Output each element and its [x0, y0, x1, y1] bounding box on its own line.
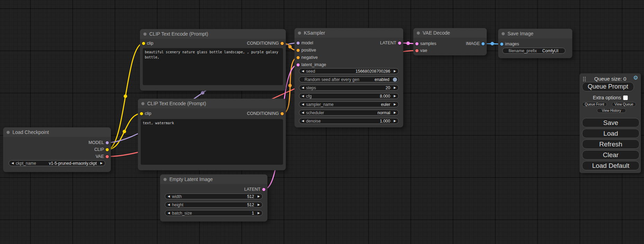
decrement-arrow-icon[interactable]: ◀ [168, 210, 170, 216]
link-midpoint-dot [406, 42, 410, 45]
link-midpoint-dot [288, 45, 292, 48]
input-slot-images[interactable] [500, 43, 503, 46]
decrement-arrow-icon[interactable]: ◀ [302, 69, 304, 74]
node-title-bar[interactable]: VAE Decode [413, 28, 487, 38]
increment-arrow-icon[interactable]: ▶ [394, 118, 396, 124]
decrement-arrow-icon[interactable]: ◀ [168, 194, 170, 199]
widget-sampler-name[interactable]: ◀ sampler_name euler ▶ [299, 101, 399, 107]
input-slot-model[interactable] [297, 42, 300, 45]
widget-value: 20 [318, 85, 391, 90]
widget-label: width [172, 194, 182, 199]
input-slot-vae[interactable] [415, 49, 418, 52]
output-slot-conditioning[interactable] [281, 42, 284, 45]
decrement-arrow-icon[interactable]: ◀ [302, 102, 304, 107]
decrement-arrow-icon[interactable]: ◀ [168, 202, 170, 207]
refresh-button[interactable]: Refresh [582, 139, 639, 149]
output-label-clip: CLIP [94, 147, 104, 152]
node-vae-decode[interactable]: VAE Decode samples vae IMAGE [413, 28, 487, 55]
widget-label: batch_size [172, 211, 192, 216]
input-label-images: images [505, 42, 519, 46]
increment-arrow-icon[interactable]: ▶ [394, 85, 396, 90]
increment-arrow-icon[interactable]: ▶ [100, 161, 103, 166]
widget-ckpt-name[interactable]: ◀ ckpt_name v1-5-pruned-emaonly.ckpt ▶ [9, 160, 105, 166]
toggle-knob-icon[interactable] [393, 78, 397, 82]
collapse-dot-icon[interactable] [502, 32, 505, 35]
collapse-dot-icon[interactable] [298, 31, 301, 35]
collapse-dot-icon[interactable] [143, 33, 147, 36]
node-ksampler[interactable]: KSampler model positive negative latent_… [294, 28, 403, 127]
input-slot-clip[interactable] [140, 112, 143, 115]
prompt-textarea[interactable]: text, watermark [141, 119, 283, 165]
widget-filename-prefix[interactable]: filename_prefix ComfyUI [502, 48, 565, 54]
node-save-image[interactable]: Save Image images filename_prefix ComfyU… [498, 29, 572, 58]
view-queue-button[interactable]: View Queue [612, 102, 636, 107]
load-default-button[interactable]: Load Default [582, 161, 639, 170]
output-slot-latent[interactable] [398, 42, 401, 45]
widget-batch-size[interactable]: ◀ batch_size 1 ▶ [165, 210, 263, 216]
increment-arrow-icon[interactable]: ▶ [394, 93, 396, 99]
widget-width[interactable]: ◀ width 512 ▶ [165, 193, 263, 199]
node-title-bar[interactable]: CLIP Text Encode (Prompt) [140, 29, 286, 39]
decrement-arrow-icon[interactable]: ◀ [302, 85, 304, 90]
decrement-arrow-icon[interactable]: ◀ [11, 161, 14, 166]
node-title: KSampler [304, 28, 325, 38]
output-slot-vae[interactable] [106, 155, 109, 158]
output-slot-clip[interactable] [106, 148, 109, 151]
output-slot-conditioning[interactable] [281, 112, 284, 115]
collapse-dot-icon[interactable] [164, 178, 167, 181]
node-title-bar[interactable]: Load Checkpoint [3, 127, 111, 137]
widget-value: normal [326, 110, 392, 115]
input-slot-clip[interactable] [142, 42, 145, 45]
input-slot-positive[interactable] [297, 49, 300, 52]
clear-button[interactable]: Clear [582, 150, 639, 160]
node-clip-text-encode-negative[interactable]: CLIP Text Encode (Prompt) clip CONDITION… [138, 99, 286, 170]
save-button[interactable]: Save [582, 118, 639, 127]
widget-value: 156680208700286 [317, 69, 392, 74]
node-title-bar[interactable]: KSampler [294, 28, 403, 38]
widget-scheduler[interactable]: ◀ scheduler normal ▶ [299, 110, 399, 116]
input-slot-samples[interactable] [415, 42, 418, 45]
settings-gear-icon[interactable]: ⚙ [633, 74, 638, 81]
collapse-dot-icon[interactable] [7, 131, 10, 134]
link-midpoint-dot [201, 91, 204, 94]
node-graph-canvas[interactable]: Load Checkpoint MODEL CLIP VAE ◀ ckpt_na… [0, 0, 644, 244]
widget-value: 1 [194, 211, 256, 216]
increment-arrow-icon[interactable]: ▶ [394, 102, 396, 107]
increment-arrow-icon[interactable]: ▶ [394, 110, 396, 115]
link-midpoint-dot [123, 130, 126, 133]
widget-seed[interactable]: ◀ seed 156680208700286 ▶ [299, 68, 399, 74]
output-slot-image[interactable] [482, 42, 485, 45]
view-history-button[interactable]: View History [597, 108, 626, 113]
widget-label: seed [306, 69, 315, 74]
increment-arrow-icon[interactable]: ▶ [257, 210, 260, 216]
node-clip-text-encode-positive[interactable]: CLIP Text Encode (Prompt) clip CONDITION… [140, 29, 286, 91]
input-slot-latent-image[interactable] [297, 63, 300, 66]
output-slot-latent[interactable] [262, 188, 265, 191]
decrement-arrow-icon[interactable]: ◀ [302, 110, 304, 115]
output-slot-model[interactable] [106, 141, 109, 144]
collapse-dot-icon[interactable] [417, 31, 420, 35]
increment-arrow-icon[interactable]: ▶ [257, 202, 260, 207]
queue-prompt-button[interactable]: Queue Prompt [582, 82, 634, 91]
widget-random-seed-toggle[interactable]: Random seed after every gen enabled [299, 76, 399, 82]
node-empty-latent-image[interactable]: Empty Latent Image LATENT ◀ width 512 ▶ … [160, 174, 267, 222]
queue-front-button[interactable]: Queue Front [582, 102, 607, 107]
widget-steps[interactable]: ◀ steps 20 ▶ [299, 85, 399, 91]
input-slot-negative[interactable] [297, 56, 300, 59]
decrement-arrow-icon[interactable]: ◀ [302, 118, 304, 124]
node-title-bar[interactable]: CLIP Text Encode (Prompt) [138, 99, 286, 108]
increment-arrow-icon[interactable]: ▶ [257, 194, 260, 199]
node-title-bar[interactable]: Empty Latent Image [160, 174, 267, 184]
node-title-bar[interactable]: Save Image [498, 29, 572, 38]
node-title: VAE Decode [423, 28, 450, 38]
node-load-checkpoint[interactable]: Load Checkpoint MODEL CLIP VAE ◀ ckpt_na… [3, 127, 111, 172]
widget-height[interactable]: ◀ height 512 ▶ [165, 202, 263, 208]
increment-arrow-icon[interactable]: ▶ [394, 69, 396, 74]
load-button[interactable]: Load [582, 129, 639, 138]
prompt-textarea[interactable]: beautiful scenery nature glass bottle la… [143, 48, 283, 85]
extra-options-checkbox[interactable] [623, 96, 628, 100]
widget-cfg[interactable]: ◀ cfg 8.000 ▶ [299, 93, 399, 99]
collapse-dot-icon[interactable] [141, 102, 144, 105]
widget-denoise[interactable]: ◀ denoise 1.000 ▶ [299, 118, 399, 124]
decrement-arrow-icon[interactable]: ◀ [302, 93, 304, 99]
